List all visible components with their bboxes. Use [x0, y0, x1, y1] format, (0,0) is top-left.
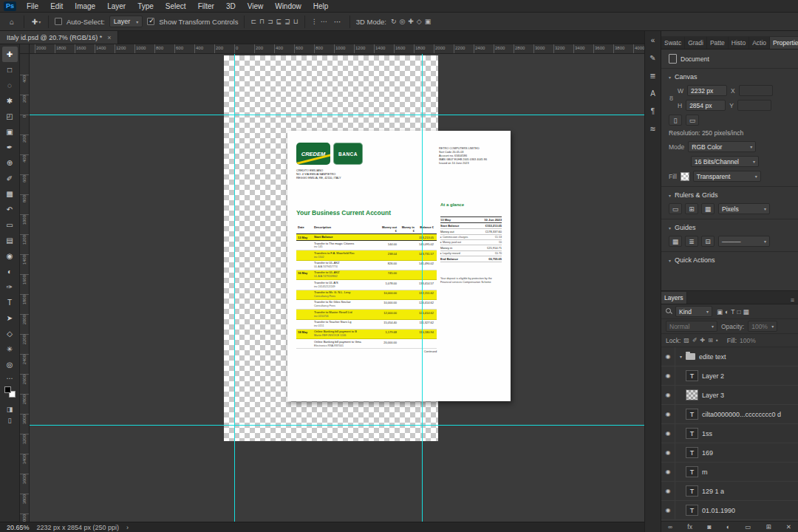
color-swatches[interactable]: [4, 386, 16, 398]
tab-properties[interactable]: Properties: [770, 37, 798, 49]
layer-row[interactable]: ◉ ▾ T 01.01.1990: [661, 501, 798, 520]
visibility-toggle[interactable]: ◉: [661, 482, 675, 500]
orientation-landscape-button[interactable]: ▭: [686, 115, 699, 126]
quick-actions-section-header[interactable]: ▾ Quick Actions: [669, 256, 791, 264]
auto-select-checkbox[interactable]: [55, 18, 62, 25]
zoom-level-field[interactable]: 20.65%: [7, 524, 30, 531]
auto-select-target-dropdown[interactable]: Layer▾: [109, 16, 143, 27]
move-tool[interactable]: ✚: [2, 47, 18, 62]
layer-effects-icon[interactable]: fx: [687, 523, 692, 531]
add-mask-icon[interactable]: ◙: [707, 523, 711, 531]
vertical-ruler[interactable]: 4002000200400600800100012001400160018002…: [20, 54, 30, 522]
menu-item[interactable]: Edit: [44, 0, 69, 13]
marquee-tool[interactable]: □: [2, 62, 18, 78]
status-chevron-icon[interactable]: ›: [126, 524, 129, 531]
constrain-link-icon[interactable]: 8: [669, 95, 673, 102]
menu-item[interactable]: View: [242, 0, 270, 13]
quick-mask-icon[interactable]: ◨: [7, 406, 13, 413]
opacity-field[interactable]: 100%▾: [748, 321, 777, 332]
hand-tool[interactable]: ✳: [2, 341, 18, 357]
frame-tool[interactable]: ▣: [2, 124, 18, 140]
visibility-toggle[interactable]: ◉: [661, 347, 675, 366]
show-transform-controls-checkbox[interactable]: [147, 18, 154, 25]
visibility-toggle[interactable]: ◉: [661, 443, 675, 462]
panel-tab[interactable]: Histo: [729, 37, 749, 49]
align-center-h-icon[interactable]: ⊓: [259, 18, 265, 25]
bit-depth-dropdown[interactable]: 16 Bits/Channel▾: [691, 156, 759, 167]
menu-item[interactable]: Window: [269, 0, 307, 13]
clear-guides-icon[interactable]: ⊟: [701, 236, 715, 247]
3d-rotate-icon[interactable]: ↻: [391, 18, 397, 25]
eyedropper-tool[interactable]: ✒: [2, 140, 18, 155]
new-layer-icon[interactable]: ⊞: [765, 523, 771, 531]
menu-item[interactable]: Layer: [101, 0, 132, 13]
clone-source-panel-icon[interactable]: ≣: [649, 72, 655, 80]
align-top-icon[interactable]: ⊑: [276, 18, 282, 25]
menu-item[interactable]: Select: [160, 0, 192, 13]
path-selection-tool[interactable]: ➤: [2, 310, 18, 326]
move-tool-icon[interactable]: ✚▾: [30, 15, 42, 28]
foreground-color-swatch[interactable]: [4, 386, 11, 393]
canvas-viewport[interactable]: CREDEM BANCA CREDITO EMILIANONO. 4 VIA E…: [30, 54, 644, 522]
distribute-horizontal-icon[interactable]: ⋯: [321, 18, 327, 25]
filter-smart-objects-icon[interactable]: ▦: [743, 308, 749, 316]
history-brush-tool[interactable]: ↶: [2, 202, 18, 217]
new-group-icon[interactable]: ▭: [745, 523, 751, 531]
menu-item[interactable]: 3D: [220, 0, 242, 13]
edit-toolbar-icon[interactable]: ⋯: [7, 375, 13, 382]
x-field[interactable]: [739, 85, 773, 96]
shape-tool[interactable]: ◇: [2, 326, 18, 341]
horizontal-guide[interactable]: [30, 425, 644, 426]
rulers-grids-section-header[interactable]: ▾ Rulers & Grids: [669, 191, 791, 199]
filter-kind-dropdown[interactable]: Kind▾: [675, 306, 712, 317]
crop-tool[interactable]: ◰: [2, 109, 18, 124]
align-right-icon[interactable]: ⊐: [267, 18, 273, 25]
y-field[interactable]: [737, 100, 771, 111]
menu-item[interactable]: Type: [132, 0, 160, 13]
visibility-toggle[interactable]: ◉: [661, 463, 675, 481]
visibility-toggle[interactable]: ◉: [661, 424, 675, 443]
character-panel-icon[interactable]: A: [650, 89, 655, 98]
visibility-toggle[interactable]: ◉: [661, 405, 675, 423]
fill-value[interactable]: 100%: [740, 337, 756, 344]
dodge-tool[interactable]: ◐: [2, 264, 18, 279]
panel-tab[interactable]: Patte: [707, 37, 729, 49]
home-icon[interactable]: ⌂: [6, 15, 18, 28]
layer-row[interactable]: ◉ ▾ T Layer 3: [661, 386, 798, 405]
delete-layer-icon[interactable]: ✕: [786, 523, 791, 531]
document-tab[interactable]: Italy id.psd @ 20.7% (RGB/16) * ×: [0, 31, 118, 44]
link-layers-icon[interactable]: ∞: [668, 523, 672, 531]
width-field[interactable]: 2232 px: [687, 85, 727, 96]
panel-tab[interactable]: Swatc: [661, 37, 685, 49]
type-tool[interactable]: T: [2, 295, 18, 310]
libraries-panel-icon[interactable]: ≋: [649, 125, 655, 133]
panel-tab[interactable]: Gradi: [685, 37, 707, 49]
snap-toggle-icon[interactable]: ▦: [701, 203, 715, 214]
menu-item[interactable]: Image: [69, 0, 101, 13]
clone-stamp-tool[interactable]: ▩: [2, 186, 18, 202]
zoom-tool[interactable]: ◎: [2, 357, 18, 372]
visibility-toggle[interactable]: ◉: [661, 366, 675, 385]
lock-position-icon[interactable]: ✚: [700, 337, 706, 344]
3d-slide-icon[interactable]: ◇: [417, 18, 422, 25]
visibility-toggle[interactable]: ◉: [661, 501, 675, 519]
brush-settings-panel-icon[interactable]: ✎: [649, 54, 655, 62]
distribute-vertical-icon[interactable]: ⋮: [311, 18, 318, 25]
guide-layout-icon[interactable]: ≣: [685, 236, 698, 247]
layer-row[interactable]: ◉ ▾ T edite text: [661, 347, 798, 366]
layer-row[interactable]: ◉ ▾ T m: [661, 463, 798, 482]
panel-menu-icon[interactable]: ≡: [787, 296, 798, 304]
group-expand-icon[interactable]: ▾: [680, 354, 682, 359]
menu-item[interactable]: File: [21, 0, 44, 13]
align-middle-icon[interactable]: ⊒: [284, 18, 290, 25]
layer-row[interactable]: ◉ ▾ T 1ss: [661, 424, 798, 443]
visibility-toggle[interactable]: ◉: [661, 386, 675, 404]
height-field[interactable]: 2854 px: [686, 100, 726, 111]
menu-item[interactable]: Help: [307, 0, 335, 13]
align-bottom-icon[interactable]: ⊔: [293, 18, 299, 25]
vertical-guide[interactable]: [422, 54, 423, 522]
more-options-icon[interactable]: ⋯: [332, 15, 344, 28]
3d-roll-icon[interactable]: ◎: [399, 18, 405, 25]
panel-tab[interactable]: Actio: [749, 37, 770, 49]
adjustment-layer-icon[interactable]: ◐: [726, 523, 730, 531]
